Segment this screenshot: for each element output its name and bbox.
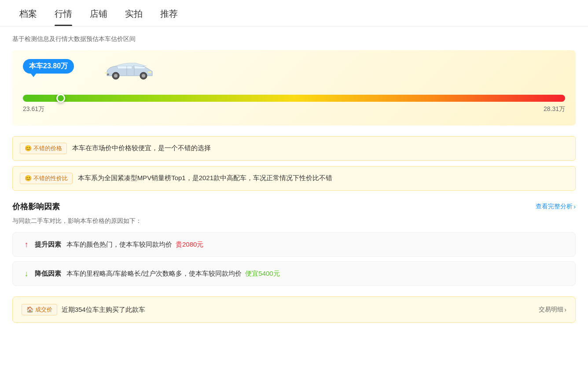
price-badge: 😊 不错的价格 [20,143,67,154]
factor1-label: 提升因素 [35,240,61,249]
transaction-bar: 🏠 成交价 近期354位车主购买了此款车 交易明细 › [12,296,576,323]
comment-card-value: 😊 不错的性价比 本车系为全国紧凑型MPV销量榜Top1，是2021款中高配车，… [12,166,576,191]
price-dot-indicator [56,94,65,103]
chevron-right-icon: › [573,203,576,210]
nav-item-tuijian[interactable]: 推荐 [151,0,187,26]
section-header: 价格影响因素 查看完整分析 › [12,201,576,212]
svg-rect-7 [105,72,107,74]
price-comment-text: 本车在市场价中价格较便宜，是一个不错的选择 [72,143,211,153]
range-max-label: 28.31万 [544,105,565,113]
transaction-badge: 🏠 成交价 [22,304,57,315]
transaction-text: 近期354位车主购买了此款车 [62,306,145,314]
svg-point-3 [142,74,145,78]
down-arrow-icon: ↓ [22,269,31,278]
chevron-right-icon-transaction: › [564,306,566,313]
comment-cards: 😊 不错的价格 本车在市场价中价格较便宜，是一个不错的选择 😊 不错的性价比 本… [12,136,576,191]
range-min-label: 23.61万 [23,105,44,113]
svg-rect-6 [148,71,151,73]
factor2-label: 降低因素 [35,270,61,278]
svg-point-1 [114,74,118,78]
main-content: 基于检测信息及行情大数据预估本车估价区间 本车23.80万 [0,26,588,332]
view-more-link[interactable]: 查看完整分析 › [536,203,576,211]
factor-card-up: ↑ 提升因素 本车的颜色热门，使本车较同款均价 贵2080元 [12,232,576,257]
section-subtitle: 基于检测信息及行情大数据预估本车估价区间 [12,35,576,43]
value-badge: 😊 不错的性价比 [20,173,73,184]
nav-item-shipai[interactable]: 实拍 [116,0,151,26]
factor2-price: 便宜5400元 [245,270,279,278]
transaction-left: 🏠 成交价 近期354位车主购买了此款车 [22,304,145,315]
factors-subtitle: 与同款二手车对比，影响本车价格的原因如下： [12,217,576,225]
gradient-bar-container [23,95,565,102]
nav-item-hangqing[interactable]: 行情 [46,0,81,26]
factor1-desc: 本车的颜色热门，使本车较同款均价 [66,240,172,249]
up-arrow-icon: ↑ [22,240,31,249]
gradient-bar [23,95,565,102]
price-bubble: 本车23.80万 [23,59,74,74]
comment-card-price: 😊 不错的价格 本车在市场价中价格较便宜，是一个不错的选择 [12,136,576,161]
car-image [100,59,158,83]
factor-card-down: ↓ 降低因素 本车的里程略高/车龄略长/过户次数略多，使本车较同款均价 便宜54… [12,261,576,286]
factor1-price: 贵2080元 [176,240,203,249]
value-comment-text: 本车系为全国紧凑型MPV销量榜Top1，是2021款中高配车，车况正常情况下性价… [78,173,332,183]
bar-labels: 23.61万 28.31万 [23,105,565,113]
factor2-desc: 本车的里程略高/车龄略长/过户次数略多，使本车较同款均价 [66,270,242,278]
nav-item-dianpu[interactable]: 店铺 [81,0,116,26]
price-factors-section: 价格影响因素 查看完整分析 › 与同款二手车对比，影响本车价格的原因如下： ↑ … [12,201,576,286]
top-navigation: 档案 行情 店铺 实拍 推荐 [0,0,588,26]
transaction-link[interactable]: 交易明细 › [539,306,566,314]
nav-item-dangan[interactable]: 档案 [11,0,46,26]
price-range-section: 本车23.80万 [12,50,576,126]
section-title: 价格影响因素 [12,201,60,212]
